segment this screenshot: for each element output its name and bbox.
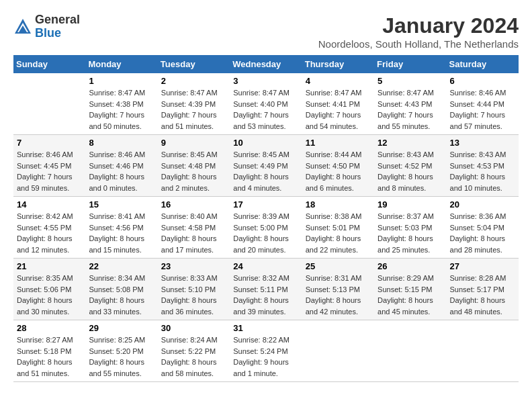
calendar-cell: 10 Sunrise: 8:45 AMSunset: 4:49 PMDaylig…: [230, 135, 302, 197]
calendar-cell: 28 Sunrise: 8:27 AMSunset: 5:18 PMDaylig…: [13, 320, 85, 382]
calendar-cell: 19 Sunrise: 8:37 AMSunset: 5:03 PMDaylig…: [374, 197, 446, 259]
day-of-week-header: Tuesday: [158, 55, 230, 73]
day-number: 21: [17, 261, 82, 271]
calendar-week-row: 7 Sunrise: 8:46 AMSunset: 4:45 PMDayligh…: [13, 135, 519, 197]
calendar-cell: 3 Sunrise: 8:47 AMSunset: 4:40 PMDayligh…: [230, 73, 302, 135]
day-info: Sunrise: 8:28 AMSunset: 5:17 PMDaylight:…: [450, 273, 515, 317]
calendar-cell: 17 Sunrise: 8:39 AMSunset: 5:00 PMDaylig…: [230, 197, 302, 259]
day-info: Sunrise: 8:38 AMSunset: 5:01 PMDaylight:…: [306, 211, 371, 255]
day-number: 29: [89, 323, 154, 333]
calendar-week-row: 1 Sunrise: 8:47 AMSunset: 4:38 PMDayligh…: [13, 73, 519, 135]
day-number: 19: [378, 199, 443, 210]
calendar-cell: [302, 320, 374, 382]
calendar-cell: 21 Sunrise: 8:35 AMSunset: 5:06 PMDaylig…: [13, 259, 85, 320]
day-info: Sunrise: 8:41 AMSunset: 4:56 PMDaylight:…: [89, 211, 154, 255]
day-number: 12: [378, 138, 443, 148]
day-info: Sunrise: 8:33 AMSunset: 5:10 PMDaylight:…: [161, 273, 226, 317]
day-info: Sunrise: 8:27 AMSunset: 5:18 PMDaylight:…: [17, 334, 82, 379]
calendar-body: 1 Sunrise: 8:47 AMSunset: 4:38 PMDayligh…: [13, 73, 519, 382]
day-number: 16: [161, 199, 226, 210]
day-info: Sunrise: 8:47 AMSunset: 4:39 PMDaylight:…: [161, 87, 226, 132]
day-number: 3: [233, 76, 298, 86]
day-number: 5: [378, 76, 443, 86]
day-info: Sunrise: 8:39 AMSunset: 5:00 PMDaylight:…: [233, 211, 298, 255]
calendar-cell: 26 Sunrise: 8:29 AMSunset: 5:15 PMDaylig…: [374, 259, 446, 320]
calendar-cell: 30 Sunrise: 8:24 AMSunset: 5:22 PMDaylig…: [158, 320, 230, 382]
day-info: Sunrise: 8:47 AMSunset: 4:40 PMDaylight:…: [233, 87, 298, 132]
calendar-cell: 15 Sunrise: 8:41 AMSunset: 4:56 PMDaylig…: [85, 197, 157, 259]
title-block: January 2024 Noordeloos, South Holland, …: [318, 13, 519, 50]
calendar-cell: 2 Sunrise: 8:47 AMSunset: 4:39 PMDayligh…: [158, 73, 230, 135]
day-number: 8: [89, 138, 154, 148]
calendar-cell: 16 Sunrise: 8:40 AMSunset: 4:58 PMDaylig…: [158, 197, 230, 259]
day-info: Sunrise: 8:42 AMSunset: 4:55 PMDaylight:…: [17, 211, 82, 255]
day-number: 31: [233, 323, 298, 333]
logo-text: General Blue: [35, 13, 80, 40]
day-info: Sunrise: 8:46 AMSunset: 4:44 PMDaylight:…: [450, 87, 515, 132]
day-info: Sunrise: 8:46 AMSunset: 4:46 PMDaylight:…: [89, 149, 154, 193]
day-number: 28: [17, 323, 82, 333]
day-number: 22: [89, 261, 154, 271]
calendar-cell: 1 Sunrise: 8:47 AMSunset: 4:38 PMDayligh…: [85, 73, 157, 135]
day-number: 1: [89, 76, 154, 86]
location-title: Noordeloos, South Holland, The Netherlan…: [318, 38, 519, 50]
day-of-week-header: Friday: [374, 55, 446, 73]
day-number: 2: [161, 76, 226, 86]
calendar-cell: 20 Sunrise: 8:36 AMSunset: 5:04 PMDaylig…: [447, 197, 519, 259]
day-info: Sunrise: 8:25 AMSunset: 5:20 PMDaylight:…: [89, 334, 154, 379]
day-number: 25: [306, 261, 371, 271]
day-number: 15: [89, 199, 154, 210]
day-info: Sunrise: 8:35 AMSunset: 5:06 PMDaylight:…: [17, 273, 82, 317]
day-number: 7: [17, 138, 82, 148]
day-number: 13: [450, 138, 515, 148]
calendar-cell: [374, 320, 446, 382]
logo-blue: Blue: [35, 27, 80, 40]
month-title: January 2024: [318, 13, 519, 38]
calendar-cell: 11 Sunrise: 8:44 AMSunset: 4:50 PMDaylig…: [302, 135, 374, 197]
day-number: 30: [161, 323, 226, 333]
calendar-cell: 12 Sunrise: 8:43 AMSunset: 4:52 PMDaylig…: [374, 135, 446, 197]
day-info: Sunrise: 8:22 AMSunset: 5:24 PMDaylight:…: [233, 334, 298, 379]
day-info: Sunrise: 8:29 AMSunset: 5:15 PMDaylight:…: [378, 273, 443, 317]
calendar-week-row: 21 Sunrise: 8:35 AMSunset: 5:06 PMDaylig…: [13, 259, 519, 320]
calendar-cell: [13, 73, 85, 135]
day-number: 27: [450, 261, 515, 271]
day-info: Sunrise: 8:34 AMSunset: 5:08 PMDaylight:…: [89, 273, 154, 317]
calendar-cell: 4 Sunrise: 8:47 AMSunset: 4:41 PMDayligh…: [302, 73, 374, 135]
day-number: 17: [233, 199, 298, 210]
day-of-week-header: Sunday: [13, 55, 85, 73]
day-number: 14: [17, 199, 82, 210]
calendar-cell: 9 Sunrise: 8:45 AMSunset: 4:48 PMDayligh…: [158, 135, 230, 197]
day-info: Sunrise: 8:31 AMSunset: 5:13 PMDaylight:…: [306, 273, 371, 317]
day-number: 10: [233, 138, 298, 148]
day-number: 23: [161, 261, 226, 271]
day-of-week-header: Wednesday: [230, 55, 302, 73]
day-info: Sunrise: 8:37 AMSunset: 5:03 PMDaylight:…: [378, 211, 443, 255]
day-number: 26: [378, 261, 443, 271]
calendar-cell: 6 Sunrise: 8:46 AMSunset: 4:44 PMDayligh…: [447, 73, 519, 135]
day-info: Sunrise: 8:36 AMSunset: 5:04 PMDaylight:…: [450, 211, 515, 255]
calendar-cell: 29 Sunrise: 8:25 AMSunset: 5:20 PMDaylig…: [85, 320, 157, 382]
logo-general: General: [35, 13, 80, 27]
day-of-week-header: Thursday: [302, 55, 374, 73]
day-info: Sunrise: 8:45 AMSunset: 4:48 PMDaylight:…: [161, 149, 226, 193]
calendar-cell: 27 Sunrise: 8:28 AMSunset: 5:17 PMDaylig…: [447, 259, 519, 320]
logo-icon: [13, 17, 32, 36]
calendar-cell: 7 Sunrise: 8:46 AMSunset: 4:45 PMDayligh…: [13, 135, 85, 197]
day-info: Sunrise: 8:47 AMSunset: 4:38 PMDaylight:…: [89, 87, 154, 132]
day-number: 9: [161, 138, 226, 148]
page-header: General Blue January 2024 Noordeloos, So…: [13, 13, 519, 50]
calendar-cell: 8 Sunrise: 8:46 AMSunset: 4:46 PMDayligh…: [85, 135, 157, 197]
day-info: Sunrise: 8:43 AMSunset: 4:52 PMDaylight:…: [378, 149, 443, 193]
day-info: Sunrise: 8:43 AMSunset: 4:53 PMDaylight:…: [450, 149, 515, 193]
calendar-cell: 14 Sunrise: 8:42 AMSunset: 4:55 PMDaylig…: [13, 197, 85, 259]
day-info: Sunrise: 8:45 AMSunset: 4:49 PMDaylight:…: [233, 149, 298, 193]
day-info: Sunrise: 8:47 AMSunset: 4:43 PMDaylight:…: [378, 87, 443, 132]
calendar-header-row: SundayMondayTuesdayWednesdayThursdayFrid…: [13, 55, 519, 73]
calendar-cell: 31 Sunrise: 8:22 AMSunset: 5:24 PMDaylig…: [230, 320, 302, 382]
day-number: 6: [450, 76, 515, 86]
calendar-cell: 5 Sunrise: 8:47 AMSunset: 4:43 PMDayligh…: [374, 73, 446, 135]
calendar-cell: 18 Sunrise: 8:38 AMSunset: 5:01 PMDaylig…: [302, 197, 374, 259]
calendar-cell: 24 Sunrise: 8:32 AMSunset: 5:11 PMDaylig…: [230, 259, 302, 320]
day-number: 24: [233, 261, 298, 271]
